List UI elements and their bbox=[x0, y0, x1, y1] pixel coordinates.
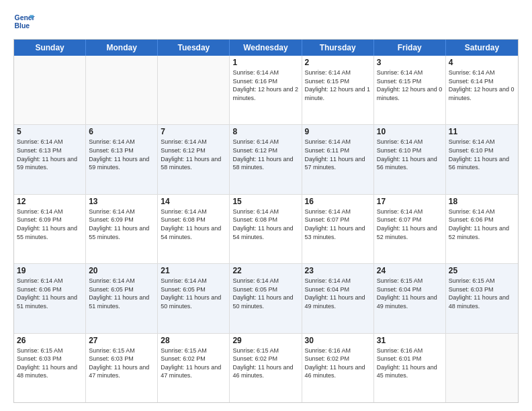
logo-icon: General Blue bbox=[13, 11, 35, 32]
cell-info: Sunrise: 6:14 AMSunset: 6:13 PMDaylight:… bbox=[17, 138, 83, 171]
calendar-header: SundayMondayTuesdayWednesdayThursdayFrid… bbox=[14, 40, 518, 56]
cal-cell: 1Sunrise: 6:14 AMSunset: 6:16 PMDaylight… bbox=[230, 56, 302, 124]
cal-cell: 25Sunrise: 6:15 AMSunset: 6:03 PMDayligh… bbox=[446, 264, 518, 332]
cal-cell: 10Sunrise: 6:14 AMSunset: 6:10 PMDayligh… bbox=[374, 125, 446, 193]
cell-info: Sunrise: 6:14 AMSunset: 6:09 PMDaylight:… bbox=[89, 208, 154, 241]
cell-info: Sunrise: 6:14 AMSunset: 6:12 PMDaylight:… bbox=[161, 138, 226, 171]
cal-cell: 8Sunrise: 6:14 AMSunset: 6:12 PMDaylight… bbox=[230, 125, 302, 193]
cell-info: Sunrise: 6:14 AMSunset: 6:10 PMDaylight:… bbox=[449, 138, 515, 171]
day-number: 10 bbox=[377, 127, 443, 136]
header: General Blue bbox=[13, 11, 519, 32]
day-number: 30 bbox=[305, 336, 371, 345]
week-row-2: 12Sunrise: 6:14 AMSunset: 6:09 PMDayligh… bbox=[14, 195, 518, 264]
header-day-saturday: Saturday bbox=[446, 40, 518, 56]
cell-info: Sunrise: 6:14 AMSunset: 6:15 PMDaylight:… bbox=[377, 68, 443, 102]
logo: General Blue bbox=[13, 11, 35, 32]
cell-info: Sunrise: 6:14 AMSunset: 6:05 PMDaylight:… bbox=[89, 277, 154, 310]
cell-info: Sunrise: 6:15 AMSunset: 6:03 PMDaylight:… bbox=[89, 347, 154, 380]
cell-info: Sunrise: 6:16 AMSunset: 6:01 PMDaylight:… bbox=[377, 347, 443, 380]
cal-cell: 9Sunrise: 6:14 AMSunset: 6:11 PMDaylight… bbox=[302, 125, 374, 193]
cal-cell: 6Sunrise: 6:14 AMSunset: 6:13 PMDaylight… bbox=[86, 125, 158, 193]
day-number: 1 bbox=[232, 58, 298, 67]
day-number: 17 bbox=[377, 197, 443, 206]
day-number: 5 bbox=[17, 127, 83, 136]
week-row-0: 1Sunrise: 6:14 AMSunset: 6:16 PMDaylight… bbox=[14, 56, 518, 125]
cell-info: Sunrise: 6:14 AMSunset: 6:06 PMDaylight:… bbox=[449, 208, 515, 241]
calendar: SundayMondayTuesdayWednesdayThursdayFrid… bbox=[13, 39, 519, 403]
cal-cell: 5Sunrise: 6:14 AMSunset: 6:13 PMDaylight… bbox=[14, 125, 86, 193]
cell-info: Sunrise: 6:14 AMSunset: 6:13 PMDaylight:… bbox=[89, 138, 154, 171]
cal-cell: 11Sunrise: 6:14 AMSunset: 6:10 PMDayligh… bbox=[446, 125, 518, 193]
day-number: 22 bbox=[232, 266, 298, 275]
header-day-tuesday: Tuesday bbox=[158, 40, 230, 56]
cell-info: Sunrise: 6:14 AMSunset: 6:15 PMDaylight:… bbox=[305, 68, 371, 102]
cal-cell: 21Sunrise: 6:14 AMSunset: 6:05 PMDayligh… bbox=[158, 264, 230, 332]
header-day-friday: Friday bbox=[374, 40, 446, 56]
cal-cell: 30Sunrise: 6:16 AMSunset: 6:02 PMDayligh… bbox=[302, 334, 374, 402]
day-number: 15 bbox=[232, 197, 298, 206]
day-number: 8 bbox=[232, 127, 298, 136]
cal-cell: 29Sunrise: 6:15 AMSunset: 6:02 PMDayligh… bbox=[230, 334, 302, 402]
cell-info: Sunrise: 6:15 AMSunset: 6:04 PMDaylight:… bbox=[377, 277, 443, 310]
week-row-4: 26Sunrise: 6:15 AMSunset: 6:03 PMDayligh… bbox=[14, 334, 518, 402]
day-number: 29 bbox=[232, 336, 298, 345]
day-number: 19 bbox=[17, 266, 83, 275]
cal-cell: 2Sunrise: 6:14 AMSunset: 6:15 PMDaylight… bbox=[302, 56, 374, 124]
header-day-sunday: Sunday bbox=[14, 40, 86, 56]
cell-info: Sunrise: 6:15 AMSunset: 6:03 PMDaylight:… bbox=[449, 277, 515, 310]
header-day-thursday: Thursday bbox=[302, 40, 374, 56]
cal-cell: 7Sunrise: 6:14 AMSunset: 6:12 PMDaylight… bbox=[158, 125, 230, 193]
day-number: 12 bbox=[17, 197, 83, 206]
day-number: 28 bbox=[161, 336, 226, 345]
cal-cell: 19Sunrise: 6:14 AMSunset: 6:06 PMDayligh… bbox=[14, 264, 86, 332]
day-number: 20 bbox=[89, 266, 154, 275]
cal-cell: 13Sunrise: 6:14 AMSunset: 6:09 PMDayligh… bbox=[86, 195, 158, 263]
cell-info: Sunrise: 6:16 AMSunset: 6:02 PMDaylight:… bbox=[305, 347, 371, 380]
day-number: 9 bbox=[305, 127, 371, 136]
cell-info: Sunrise: 6:14 AMSunset: 6:10 PMDaylight:… bbox=[377, 138, 443, 171]
day-number: 4 bbox=[449, 58, 515, 67]
cell-info: Sunrise: 6:14 AMSunset: 6:04 PMDaylight:… bbox=[305, 277, 371, 310]
cal-cell: 24Sunrise: 6:15 AMSunset: 6:04 PMDayligh… bbox=[374, 264, 446, 332]
cell-info: Sunrise: 6:14 AMSunset: 6:11 PMDaylight:… bbox=[305, 138, 371, 171]
cal-cell: 23Sunrise: 6:14 AMSunset: 6:04 PMDayligh… bbox=[302, 264, 374, 332]
day-number: 25 bbox=[449, 266, 515, 275]
day-number: 13 bbox=[89, 197, 154, 206]
cal-cell bbox=[14, 56, 86, 124]
cal-cell bbox=[446, 334, 518, 402]
cal-cell: 16Sunrise: 6:14 AMSunset: 6:07 PMDayligh… bbox=[302, 195, 374, 263]
day-number: 18 bbox=[449, 197, 515, 206]
cal-cell bbox=[86, 56, 158, 124]
cell-info: Sunrise: 6:14 AMSunset: 6:16 PMDaylight:… bbox=[232, 68, 298, 102]
cell-info: Sunrise: 6:14 AMSunset: 6:07 PMDaylight:… bbox=[377, 208, 443, 241]
day-number: 31 bbox=[377, 336, 443, 345]
cell-info: Sunrise: 6:14 AMSunset: 6:07 PMDaylight:… bbox=[305, 208, 371, 241]
cal-cell: 12Sunrise: 6:14 AMSunset: 6:09 PMDayligh… bbox=[14, 195, 86, 263]
cal-cell: 17Sunrise: 6:14 AMSunset: 6:07 PMDayligh… bbox=[374, 195, 446, 263]
cell-info: Sunrise: 6:15 AMSunset: 6:02 PMDaylight:… bbox=[161, 347, 226, 380]
cal-cell: 20Sunrise: 6:14 AMSunset: 6:05 PMDayligh… bbox=[86, 264, 158, 332]
cell-info: Sunrise: 6:14 AMSunset: 6:06 PMDaylight:… bbox=[17, 277, 83, 310]
cal-cell: 27Sunrise: 6:15 AMSunset: 6:03 PMDayligh… bbox=[86, 334, 158, 402]
cal-cell: 26Sunrise: 6:15 AMSunset: 6:03 PMDayligh… bbox=[14, 334, 86, 402]
cell-info: Sunrise: 6:14 AMSunset: 6:12 PMDaylight:… bbox=[232, 138, 298, 171]
svg-text:Blue: Blue bbox=[15, 22, 30, 30]
cell-info: Sunrise: 6:14 AMSunset: 6:14 PMDaylight:… bbox=[449, 68, 515, 102]
cal-cell: 18Sunrise: 6:14 AMSunset: 6:06 PMDayligh… bbox=[446, 195, 518, 263]
cell-info: Sunrise: 6:14 AMSunset: 6:05 PMDaylight:… bbox=[161, 277, 226, 310]
day-number: 24 bbox=[377, 266, 443, 275]
day-number: 21 bbox=[161, 266, 226, 275]
page: General Blue SundayMondayTuesdayWednesda… bbox=[0, 0, 532, 411]
cell-info: Sunrise: 6:14 AMSunset: 6:08 PMDaylight:… bbox=[161, 208, 226, 241]
header-day-monday: Monday bbox=[86, 40, 158, 56]
cell-info: Sunrise: 6:14 AMSunset: 6:08 PMDaylight:… bbox=[232, 208, 298, 241]
day-number: 3 bbox=[377, 58, 443, 67]
cell-info: Sunrise: 6:15 AMSunset: 6:03 PMDaylight:… bbox=[17, 347, 83, 380]
header-day-wednesday: Wednesday bbox=[230, 40, 302, 56]
cal-cell: 14Sunrise: 6:14 AMSunset: 6:08 PMDayligh… bbox=[158, 195, 230, 263]
cal-cell: 4Sunrise: 6:14 AMSunset: 6:14 PMDaylight… bbox=[446, 56, 518, 124]
cal-cell: 22Sunrise: 6:14 AMSunset: 6:05 PMDayligh… bbox=[230, 264, 302, 332]
cal-cell bbox=[158, 56, 230, 124]
day-number: 6 bbox=[89, 127, 154, 136]
day-number: 11 bbox=[449, 127, 515, 136]
